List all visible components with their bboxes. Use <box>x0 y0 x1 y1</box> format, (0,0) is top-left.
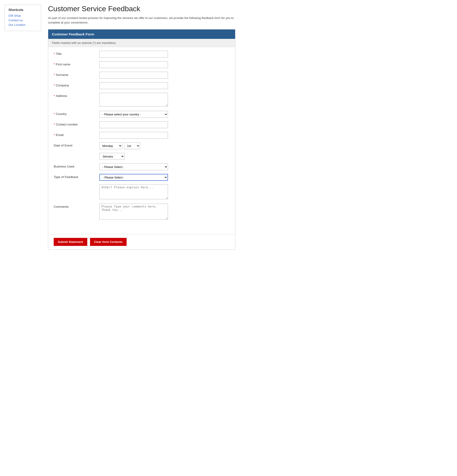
sidebar-title: Shortcuts <box>8 8 37 12</box>
sidebar-item-our-location[interactable]: Our Location <box>8 23 37 26</box>
country-row: *Country - Please select your country - … <box>54 111 230 118</box>
date-field: Monday Tuesday Wednesday Thursday Friday… <box>99 142 230 160</box>
other-row <box>54 184 230 200</box>
contact-label: *Contact number <box>54 121 99 126</box>
form-header: Customer Feedback Form <box>48 29 235 39</box>
comments-label: Comments <box>54 204 99 208</box>
email-label: *Email <box>54 132 99 137</box>
day-select[interactable]: Monday Tuesday Wednesday Thursday Friday… <box>99 142 122 149</box>
surname-required-star: * <box>54 73 55 76</box>
contact-row: *Contact number <box>54 121 230 128</box>
business-select[interactable]: - Please Select - Restaurant Gift Shop H… <box>99 163 168 170</box>
business-label: Business Used <box>54 163 99 168</box>
comments-textarea[interactable] <box>99 204 168 220</box>
date-group: Monday Tuesday Wednesday Thursday Friday… <box>99 142 230 160</box>
company-label: *Company <box>54 82 99 87</box>
address-label: *Address <box>54 93 99 98</box>
company-input[interactable] <box>99 82 168 89</box>
title-label: *Title <box>54 51 99 56</box>
feedback-type-row: Type of Feedback - Please Select - Compl… <box>54 174 230 181</box>
contact-field <box>99 121 230 128</box>
country-label: *Country <box>54 111 99 116</box>
first-name-required-star: * <box>54 63 55 66</box>
first-name-field <box>99 61 230 68</box>
feedback-type-select[interactable]: - Please Select - Compliment Complaint S… <box>99 174 168 181</box>
surname-label: *Surname <box>54 72 99 76</box>
date-line1: Monday Tuesday Wednesday Thursday Friday… <box>99 142 230 149</box>
company-row: *Company <box>54 82 230 89</box>
title-field <box>99 51 230 58</box>
country-required-star: * <box>54 112 55 116</box>
date-label: Date of Event <box>54 142 99 147</box>
address-textarea[interactable] <box>99 93 168 106</box>
address-row: *Address <box>54 93 230 107</box>
sidebar-item-contact-us[interactable]: Contact us <box>8 18 37 22</box>
contact-required-star: * <box>54 123 55 126</box>
email-field <box>99 132 230 139</box>
date-row: Date of Event Monday Tuesday Wednesday T… <box>54 142 230 160</box>
company-required-star: * <box>54 84 55 87</box>
surname-row: *Surname <box>54 72 230 79</box>
feedback-type-label: Type of Feedback <box>54 174 99 179</box>
country-field: - Please select your country - United Ki… <box>99 111 230 118</box>
address-required-star: * <box>54 94 55 98</box>
form-body: *Title *First name <box>48 47 235 230</box>
title-row: *Title <box>54 51 230 58</box>
comments-field <box>99 204 230 220</box>
business-field: - Please Select - Restaurant Gift Shop H… <box>99 163 230 170</box>
month-select[interactable]: January February March April May June Ju… <box>99 153 125 160</box>
first-name-label: *First name <box>54 61 99 66</box>
date-number-select[interactable]: 1st 2nd 3rd 4th 5th 6th 7th 8th 9th 10 <box>124 142 140 149</box>
button-row: Submit Statement Clear form Contents <box>48 234 235 250</box>
submit-button[interactable]: Submit Statement <box>54 238 87 246</box>
other-textarea[interactable] <box>99 184 168 199</box>
sidebar: Shortcuts Gift Shop Contact us Our Locat… <box>5 5 41 31</box>
page-description: As part of our constant review process f… <box>48 16 235 25</box>
mandatory-note: Fields marked with an asterisk (*) are m… <box>48 39 235 47</box>
main-content: Customer Service Feedback As part of our… <box>48 5 247 250</box>
sidebar-item-gift-shop[interactable]: Gift Shop <box>8 14 37 17</box>
surname-input[interactable] <box>99 72 168 79</box>
company-field <box>99 82 230 89</box>
surname-field <box>99 72 230 79</box>
title-required-star: * <box>54 52 55 56</box>
email-row: *Email <box>54 132 230 139</box>
business-row: Business Used - Please Select - Restaura… <box>54 163 230 170</box>
feedback-form-container: Customer Feedback Form Fields marked wit… <box>48 29 235 250</box>
address-field <box>99 93 230 107</box>
first-name-row: *First name <box>54 61 230 68</box>
other-field <box>99 184 230 200</box>
email-required-star: * <box>54 133 55 137</box>
title-input[interactable] <box>99 51 168 58</box>
date-line2: January February March April May June Ju… <box>99 151 230 160</box>
country-select[interactable]: - Please select your country - United Ki… <box>99 111 168 118</box>
first-name-input[interactable] <box>99 61 168 68</box>
clear-button[interactable]: Clear form Contents <box>90 238 127 246</box>
feedback-type-field: - Please Select - Compliment Complaint S… <box>99 174 230 181</box>
page-title: Customer Service Feedback <box>48 5 247 13</box>
contact-input[interactable] <box>99 121 168 128</box>
other-label <box>54 184 99 186</box>
email-input[interactable] <box>99 132 168 139</box>
comments-row: Comments <box>54 204 230 220</box>
